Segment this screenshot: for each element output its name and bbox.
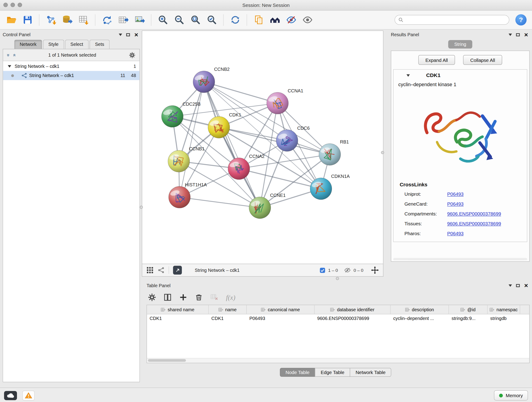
pan-crosshair-icon[interactable] — [371, 266, 379, 274]
zoom-fit-button[interactable] — [188, 12, 203, 27]
splitter-handle[interactable] — [381, 151, 384, 154]
delete-column-icon[interactable] — [195, 293, 203, 301]
tab-style[interactable]: Style — [43, 40, 64, 49]
open-session-button[interactable] — [3, 12, 19, 27]
graph-node[interactable] — [267, 92, 288, 114]
graph-node[interactable] — [208, 116, 230, 138]
column-header[interactable]: database identifier — [315, 305, 391, 314]
graph-node[interactable] — [193, 71, 215, 93]
network-row[interactable]: String Network – cdk1 11 48 — [3, 71, 139, 80]
duplicate-network-button[interactable] — [251, 12, 266, 27]
column-header[interactable]: canonical name — [247, 305, 315, 314]
graph-edge[interactable] — [179, 197, 260, 208]
panel-close-icon[interactable]: ✕ — [134, 32, 139, 37]
graph-node[interactable] — [276, 130, 298, 152]
memory-button[interactable]: Memory — [494, 390, 528, 400]
panel-float-icon[interactable] — [127, 33, 130, 36]
network-canvas[interactable]: CCNB2CCNA1CDC25BCDK1CDC6RB1CCNB1CCNA2CDK… — [142, 31, 383, 264]
column-header[interactable]: @id — [449, 305, 488, 314]
import-network-database-button[interactable] — [59, 12, 75, 27]
section-expander-icon[interactable] — [406, 74, 410, 77]
tab-string[interactable]: String — [448, 40, 472, 48]
tab-select[interactable]: Select — [65, 40, 89, 49]
collapse-all-button[interactable]: Collapse All — [463, 55, 502, 65]
column-header[interactable]: name — [209, 305, 247, 314]
collapse-all-networks-icon[interactable]: » — [11, 54, 17, 56]
scrollbar-thumb[interactable] — [148, 359, 186, 362]
crosslink-value-link[interactable]: P06493 — [447, 231, 527, 236]
panel-menu-icon[interactable] — [509, 284, 512, 287]
table-cell[interactable]: stringdb:9... — [449, 314, 488, 323]
panel-close-icon[interactable]: ✕ — [524, 32, 528, 37]
tab-network[interactable]: Network — [14, 40, 42, 49]
splitter-handle[interactable] — [140, 206, 143, 209]
column-header[interactable]: namespac — [488, 305, 520, 314]
graph-edge[interactable] — [179, 82, 204, 197]
network-share-icon[interactable] — [158, 267, 165, 274]
zoom-out-button[interactable] — [171, 12, 187, 27]
results-scrollbar[interactable] — [393, 258, 527, 260]
column-header[interactable]: description — [390, 305, 449, 314]
tab-edge-table[interactable]: Edge Table — [315, 368, 350, 377]
panel-float-icon[interactable] — [516, 33, 520, 36]
zoom-selected-button[interactable] — [204, 12, 220, 27]
add-column-icon[interactable] — [179, 293, 187, 301]
graph-edge[interactable] — [204, 82, 260, 208]
window-zoom-button[interactable] — [18, 3, 22, 7]
panel-menu-icon[interactable] — [509, 33, 512, 36]
gear-icon[interactable] — [148, 293, 156, 301]
gear-icon[interactable] — [129, 52, 135, 58]
network-collection-row[interactable]: String Network – cdk1 1 — [3, 62, 139, 71]
window-minimize-button[interactable] — [11, 3, 15, 7]
panel-menu-icon[interactable] — [119, 33, 122, 36]
gene-section-header[interactable]: CDK1 — [394, 70, 527, 81]
crosslink-value-link[interactable]: P06493 — [447, 201, 527, 207]
splitter-handle[interactable] — [336, 277, 339, 280]
table-cell[interactable]: stringdb — [488, 314, 520, 323]
expand-all-button[interactable]: Expand All — [418, 55, 455, 65]
graph-edge[interactable] — [204, 82, 278, 103]
help-button[interactable]: ? — [515, 14, 526, 26]
panel-float-icon[interactable] — [516, 284, 520, 287]
import-table-button[interactable] — [76, 12, 91, 27]
table-row[interactable]: CDK1CDK1P064939606.ENSP00000378699cyclin… — [147, 314, 529, 323]
graph-node[interactable] — [228, 158, 250, 180]
zoom-in-button[interactable] — [155, 12, 171, 27]
table-hscrollbar[interactable] — [147, 358, 529, 363]
tab-node-table[interactable]: Node Table — [280, 368, 315, 377]
tree-expander-icon[interactable] — [8, 65, 11, 67]
tab-network-table[interactable]: Network Table — [350, 368, 391, 377]
apply-layout-button[interactable] — [227, 12, 243, 27]
table-cell[interactable]: cyclin–dependent ... — [390, 314, 449, 323]
new-network-button[interactable] — [99, 12, 114, 27]
table-cell[interactable]: CDK1 — [209, 314, 247, 323]
column-header[interactable]: shared name — [147, 305, 209, 314]
graph-node[interactable] — [168, 150, 190, 172]
table-cell[interactable]: CDK1 — [147, 314, 209, 323]
home-view-button[interactable] — [267, 12, 283, 27]
crosslink-value-link[interactable]: P06493 — [447, 191, 527, 197]
expand-all-networks-icon[interactable]: » — [6, 54, 12, 56]
graph-node[interactable] — [319, 143, 341, 165]
graph-node[interactable] — [249, 197, 271, 219]
search-input[interactable] — [405, 17, 506, 23]
save-session-button[interactable] — [20, 12, 35, 27]
birdseye-view-button[interactable] — [173, 266, 182, 275]
table-cell[interactable]: 9606.ENSP00000378699 — [315, 314, 391, 323]
tab-sets[interactable]: Sets — [89, 40, 109, 49]
window-close-button[interactable] — [3, 3, 8, 7]
graph-node[interactable] — [310, 178, 332, 200]
crosslink-value-link[interactable]: 9606.ENSP00000378699 — [447, 221, 527, 226]
table-cell[interactable]: P06493 — [247, 314, 315, 323]
crosslink-value-link[interactable]: 9606.ENSP00000378699 — [447, 211, 527, 217]
show-columns-icon[interactable] — [164, 293, 172, 301]
export-image-button[interactable] — [132, 12, 147, 27]
panel-close-icon[interactable]: ✕ — [524, 283, 528, 288]
export-table-button[interactable] — [115, 12, 131, 27]
graph-node[interactable] — [169, 186, 190, 208]
cloud-button[interactable] — [4, 391, 17, 400]
import-network-file-button[interactable] — [43, 12, 59, 27]
warnings-button[interactable] — [22, 390, 35, 400]
grid-view-icon[interactable] — [146, 266, 154, 274]
hide-details-button[interactable] — [283, 12, 299, 27]
